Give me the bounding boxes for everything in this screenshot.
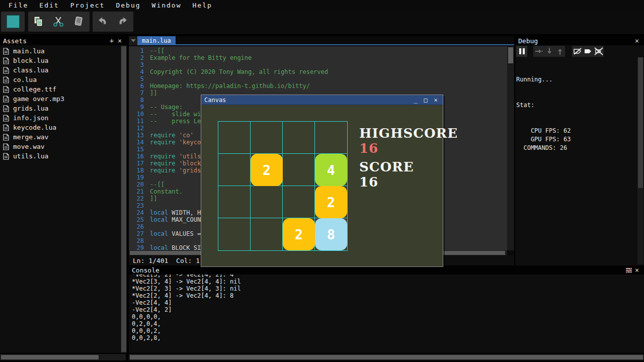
breakpoint-button-group: [572, 46, 604, 57]
line-number: 23: [129, 202, 144, 209]
step-into-button[interactable]: [544, 46, 554, 57]
grid-cell: [283, 154, 315, 186]
line-number: 2: [129, 54, 144, 61]
line-number: 1: [129, 47, 144, 54]
asset-item-label: college.ttf: [13, 85, 56, 93]
tile-value: 2: [327, 195, 335, 210]
assets-horizontal-scrollbar[interactable]: [0, 354, 126, 360]
menu-item-window[interactable]: Window: [146, 2, 187, 9]
step-out-button[interactable]: [554, 46, 565, 57]
debug-stat: CPU FPS: 62: [516, 127, 636, 135]
step-over-button[interactable]: [533, 46, 544, 57]
debug-state: Running...: [516, 75, 636, 84]
menu-item-help[interactable]: Help: [187, 2, 218, 9]
menu-item-project[interactable]: Project: [65, 2, 111, 9]
cut-button[interactable]: [48, 12, 68, 32]
clear-breakpoints-button[interactable]: [593, 46, 604, 57]
editor-vscroll-thumb[interactable]: [508, 47, 513, 63]
line-number: 22: [129, 195, 144, 202]
clear-console-button[interactable]: [625, 266, 633, 274]
code-line: 6Homepage: https://paladin-t.github.io/b…: [129, 82, 507, 89]
redo-button[interactable]: [113, 12, 133, 32]
asset-item-label: main.lua: [13, 47, 45, 55]
grid-cell: [283, 186, 315, 218]
asset-item-grids-lua[interactable]: grids.lua: [0, 104, 121, 113]
line-number: 15: [129, 146, 144, 153]
line-number: 5: [129, 75, 144, 82]
assets-hscroll-thumb[interactable]: [1, 355, 99, 359]
asset-item-label: merge.wav: [13, 133, 48, 141]
debug-vscroll-thumb[interactable]: [638, 57, 643, 188]
pause-button[interactable]: [516, 46, 527, 57]
canvas-maximize-button[interactable]: □: [422, 96, 430, 104]
score-label: SCORE: [359, 159, 458, 174]
console-output[interactable]: *Vec2[3, 2] -> Vec2[4, 2]: 4*Vec2[3, 4] …: [132, 275, 642, 353]
asset-item-block-lua[interactable]: block.lua: [0, 56, 121, 65]
step-over-icon: [535, 47, 543, 55]
asset-item-info-json[interactable]: info.json: [0, 113, 121, 123]
canvas-minimize-button[interactable]: _: [412, 96, 420, 104]
tile-8: 8: [315, 218, 347, 250]
tab-list-dropdown[interactable]: [129, 36, 137, 45]
console-line: -Vec2[4, 2]: [132, 306, 642, 313]
asset-item-label: info.json: [13, 114, 48, 122]
asset-item-co-lua[interactable]: co.lua: [0, 75, 121, 84]
debug-header: Debug ×: [515, 36, 644, 45]
console-close-button[interactable]: ×: [633, 266, 641, 274]
asset-item-utils-lua[interactable]: utils.lua: [0, 151, 121, 161]
console-hscroll-thumb[interactable]: [130, 355, 643, 359]
tile-value: 2: [295, 227, 303, 242]
step-into-icon: [545, 47, 553, 55]
paste-button[interactable]: [68, 12, 89, 32]
asset-item-main-lua[interactable]: main.lua: [0, 46, 121, 56]
disable-breakpoint-button[interactable]: [572, 46, 583, 57]
toolbar-group-run: [1, 12, 25, 32]
asset-item-class-lua[interactable]: class.lua: [0, 65, 121, 75]
grid-cell: [283, 122, 315, 154]
line-number: 14: [129, 139, 144, 146]
debug-close-button[interactable]: ×: [633, 37, 641, 45]
canvas-close-button[interactable]: ×: [432, 96, 440, 104]
editor-vertical-scrollbar[interactable]: [507, 46, 514, 250]
line-number: 28: [129, 237, 144, 244]
asset-item-game-over-mp3[interactable]: game over.mp3: [0, 94, 121, 104]
console-line: 0,0,2,8,: [132, 334, 642, 341]
line-number: 19: [129, 174, 144, 181]
menu-item-edit[interactable]: Edit: [34, 2, 64, 9]
menu-item-file[interactable]: File: [3, 2, 34, 9]
asset-item-move-wav[interactable]: move.wav: [0, 142, 121, 151]
console-line: 0,2,0,4,: [132, 320, 642, 327]
line-number: 4: [129, 68, 144, 75]
tab-main-lua[interactable]: main.lua: [137, 36, 176, 45]
assets-vscroll-thumb[interactable]: [121, 46, 126, 352]
canvas-titlebar[interactable]: Canvas _ □ ×: [201, 95, 443, 105]
add-asset-button[interactable]: +: [108, 37, 116, 45]
assets-close-button[interactable]: ×: [116, 37, 124, 45]
undo-button[interactable]: [93, 12, 113, 32]
file-icon: [3, 86, 9, 93]
copy-button[interactable]: [28, 12, 48, 32]
debug-vertical-scrollbar[interactable]: [637, 57, 643, 264]
asset-item-merge-wav[interactable]: merge.wav: [0, 132, 121, 142]
tile-2: 2: [315, 186, 347, 218]
step-button-group: [533, 46, 565, 57]
line-number: 9: [129, 104, 144, 111]
breakpoint-button[interactable]: [583, 46, 593, 57]
debug-stat-header: Stat:: [516, 101, 636, 110]
chevron-down-icon: [131, 39, 136, 42]
console-horizontal-scrollbar[interactable]: [129, 354, 644, 360]
breakpoint-slash-icon: [573, 47, 582, 55]
asset-item-college-ttf[interactable]: college.ttf: [0, 84, 121, 94]
menu-item-debug[interactable]: Debug: [110, 2, 146, 9]
assets-vertical-scrollbar[interactable]: [121, 45, 127, 353]
asset-item-keycode-lua[interactable]: keycode.lua: [0, 123, 121, 132]
debug-title: Debug: [518, 37, 633, 45]
line-number: 17: [129, 160, 144, 167]
file-icon: [3, 76, 9, 83]
asset-item-label: grids.lua: [13, 105, 48, 112]
run-button[interactable]: [3, 12, 23, 32]
console-line: -Vec2[4, 4]: [132, 299, 642, 306]
paste-icon: [72, 16, 85, 28]
line-number: 16: [129, 153, 144, 160]
game-canvas[interactable]: 24228 HIGHSCORE 16 SCORE 16: [201, 106, 443, 266]
